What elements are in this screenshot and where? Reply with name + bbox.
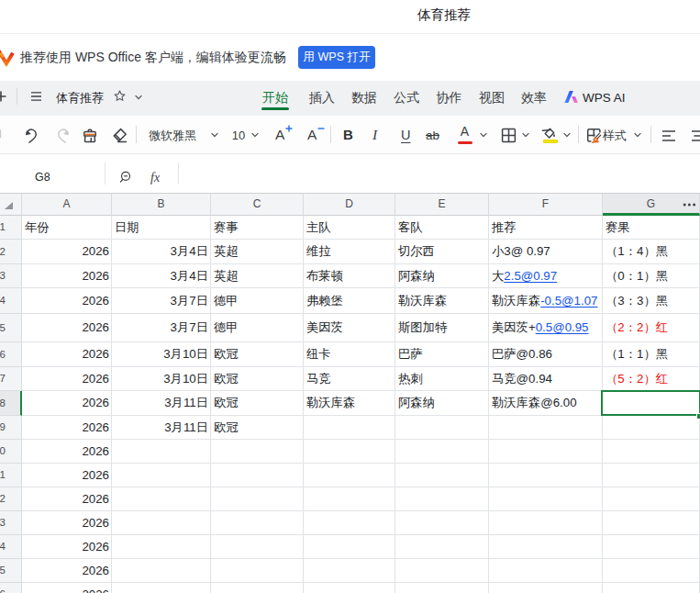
tab-wps-ai[interactable]: WPS AI bbox=[583, 91, 626, 106]
bold-button[interactable]: B bbox=[343, 127, 353, 143]
cell-G14[interactable] bbox=[603, 535, 700, 559]
cell-D13[interactable] bbox=[304, 511, 395, 535]
tab-公式[interactable]: 公式 bbox=[394, 90, 419, 106]
cell-E5[interactable]: 斯图加特 bbox=[395, 314, 489, 342]
row-header-1[interactable]: 1 bbox=[0, 216, 22, 240]
cell-G12[interactable] bbox=[603, 487, 700, 511]
cell-B6[interactable]: 3月10日 bbox=[112, 342, 211, 367]
cell-F15[interactable] bbox=[489, 559, 603, 583]
cell-F2[interactable]: 小3@ 0.97 bbox=[489, 240, 603, 264]
cell-C2[interactable]: 英超 bbox=[211, 240, 304, 264]
paste-partial-icon[interactable] bbox=[0, 127, 1, 140]
row-header-10[interactable]: 10 bbox=[0, 440, 22, 464]
cell-D14[interactable] bbox=[304, 535, 395, 559]
hamburger-icon[interactable] bbox=[30, 90, 42, 103]
cell-A6[interactable]: 2026 bbox=[22, 342, 112, 367]
cell-A8[interactable]: 2026 bbox=[22, 391, 112, 416]
column-header-A[interactable]: A bbox=[22, 194, 112, 216]
tab-视图[interactable]: 视图 bbox=[479, 90, 505, 106]
cell-D16[interactable] bbox=[304, 583, 395, 593]
cell-E12[interactable] bbox=[395, 487, 489, 511]
cell-B2[interactable]: 3月4日 bbox=[112, 240, 211, 264]
cell-F5[interactable]: 美因茨+0.5@0.95 bbox=[489, 314, 603, 342]
cell-C12[interactable] bbox=[211, 487, 304, 511]
cell-D1[interactable]: 主队 bbox=[304, 216, 395, 240]
chevron-down-icon[interactable] bbox=[562, 131, 572, 139]
cell-F11[interactable] bbox=[489, 464, 603, 487]
cell-link-text[interactable]: 2.5@0.97 bbox=[504, 269, 557, 283]
cell-D9[interactable] bbox=[304, 416, 395, 440]
cell-A3[interactable]: 2026 bbox=[22, 264, 112, 288]
cell-G1[interactable]: 赛果 bbox=[603, 216, 700, 240]
cell-E9[interactable] bbox=[395, 416, 489, 440]
chevron-down-icon[interactable] bbox=[521, 131, 530, 139]
cell-B1[interactable]: 日期 bbox=[112, 216, 211, 240]
cell-D2[interactable]: 维拉 bbox=[304, 240, 395, 264]
borders-icon[interactable] bbox=[501, 128, 517, 143]
cell-B13[interactable] bbox=[112, 511, 211, 535]
cell-style-label[interactable]: 样式 bbox=[603, 129, 627, 143]
row-header-4[interactable]: 4 bbox=[0, 288, 22, 314]
cell-A13[interactable]: 2026 bbox=[22, 511, 112, 535]
cell-C4[interactable]: 德甲 bbox=[211, 288, 304, 314]
cell-D11[interactable] bbox=[304, 464, 395, 487]
chevron-down-icon[interactable] bbox=[633, 131, 642, 139]
eraser-icon[interactable] bbox=[111, 128, 128, 143]
cell-C9[interactable]: 欧冠 bbox=[211, 416, 304, 440]
more-columns-icon[interactable] bbox=[683, 194, 696, 216]
cell-C13[interactable] bbox=[211, 511, 304, 535]
column-header-B[interactable]: B bbox=[112, 194, 211, 216]
redo-icon[interactable] bbox=[55, 129, 70, 143]
cell-A12[interactable]: 2026 bbox=[22, 487, 112, 511]
align-center-icon[interactable] bbox=[691, 129, 700, 142]
cell-F12[interactable] bbox=[489, 487, 603, 511]
document-title[interactable]: 体育推荐 bbox=[56, 91, 104, 106]
plus-icon[interactable] bbox=[0, 89, 8, 104]
cell-C7[interactable]: 欧冠 bbox=[211, 367, 304, 391]
row-header-15[interactable]: 15 bbox=[0, 559, 22, 583]
name-box[interactable]: G8 bbox=[35, 171, 50, 184]
cell-F16[interactable] bbox=[489, 583, 603, 593]
cell-D12[interactable] bbox=[304, 487, 395, 511]
fx-icon[interactable]: fx bbox=[150, 169, 160, 185]
tab-开始[interactable]: 开始 bbox=[262, 90, 288, 106]
open-in-wps-button[interactable]: 用 WPS 打开 bbox=[298, 46, 375, 69]
cell-C8[interactable]: 欧冠 bbox=[211, 391, 304, 416]
cell-G16[interactable] bbox=[603, 583, 700, 593]
decrease-font-button[interactable]: A bbox=[307, 127, 317, 143]
cell-E6[interactable]: 巴萨 bbox=[395, 342, 489, 367]
cell-B11[interactable] bbox=[112, 464, 211, 487]
star-icon[interactable] bbox=[114, 90, 126, 102]
cell-B12[interactable] bbox=[112, 487, 211, 511]
font-name-select[interactable]: 微软雅黑 bbox=[149, 129, 196, 142]
cell-C1[interactable]: 赛事 bbox=[211, 216, 304, 240]
row-header-13[interactable]: 13 bbox=[0, 511, 22, 535]
cell-B10[interactable] bbox=[112, 440, 211, 464]
tab-插入[interactable]: 插入 bbox=[309, 90, 335, 106]
align-left-icon[interactable] bbox=[661, 129, 676, 142]
cell-A9[interactable]: 2026 bbox=[22, 416, 112, 440]
cell-C15[interactable] bbox=[211, 559, 304, 583]
cell-C16[interactable] bbox=[211, 583, 304, 593]
cell-F1[interactable]: 推荐 bbox=[489, 216, 603, 240]
cell-C11[interactable] bbox=[211, 464, 304, 487]
cell-A10[interactable]: 2026 bbox=[22, 440, 112, 464]
select-all-corner[interactable] bbox=[0, 194, 22, 216]
row-header-2[interactable]: 2 bbox=[0, 240, 22, 264]
cell-F8[interactable]: 勒沃库森@6.00 bbox=[489, 391, 603, 416]
cell-A4[interactable]: 2026 bbox=[22, 288, 112, 314]
cell-B7[interactable]: 3月10日 bbox=[112, 367, 211, 391]
cell-D5[interactable]: 美因茨 bbox=[304, 314, 395, 342]
undo-icon[interactable] bbox=[25, 129, 39, 143]
row-header-3[interactable]: 3 bbox=[0, 264, 22, 288]
cell-B14[interactable] bbox=[112, 535, 211, 559]
cell-C3[interactable]: 英超 bbox=[211, 264, 304, 288]
cell-F7[interactable]: 马竞@0.94 bbox=[489, 367, 603, 391]
search-icon[interactable] bbox=[119, 171, 132, 184]
style-icon[interactable] bbox=[586, 128, 602, 143]
cell-A1[interactable]: 年份 bbox=[22, 216, 112, 240]
column-header-C[interactable]: C bbox=[211, 194, 304, 216]
cell-G4[interactable]: （3：3）黑 bbox=[603, 288, 700, 314]
cell-E16[interactable] bbox=[395, 583, 489, 593]
cell-B9[interactable]: 3月11日 bbox=[112, 416, 211, 440]
